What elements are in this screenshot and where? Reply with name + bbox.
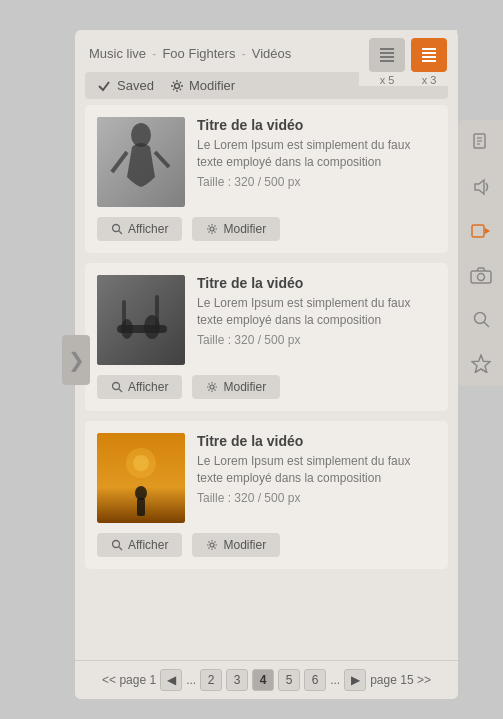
list-orange-icon[interactable] [411,38,447,72]
nav-sep-1: - [152,46,156,61]
saved-modifier-label: Modifier [189,78,235,93]
svg-rect-5 [472,225,484,237]
svg-rect-34 [122,300,126,330]
page-2-button[interactable]: 2 [200,669,222,691]
orange-badge-count: x 3 [422,74,437,86]
afficher-button-1[interactable]: Afficher [97,217,182,241]
nav-foo-fighters[interactable]: Foo Fighters [162,46,235,61]
svg-marker-6 [485,228,490,234]
video-card-3: Titre de la vidéo Le Lorem Ipsum est sim… [85,421,448,569]
sidebar-video-icon[interactable] [466,216,496,246]
svg-point-43 [133,455,149,471]
search-small-icon [111,223,123,235]
sidebar-star-icon[interactable] [466,348,496,378]
sidebar-camera-icon[interactable] [466,260,496,290]
video-card-2-top: Titre de la vidéo Le Lorem Ipsum est sim… [97,275,436,365]
page-4-button[interactable]: 4 [252,669,274,691]
modifier-button-2[interactable]: Modifier [192,375,280,399]
main-panel: Music live - Foo Fighters - Vidéos Saved… [75,30,458,699]
sidebar-document-icon[interactable] [466,128,496,158]
top-icon-area: x 5 x 3 [359,30,457,86]
page-3-button[interactable]: 3 [226,669,248,691]
page-5-button[interactable]: 5 [278,669,300,691]
content-area: Titre de la vidéo Le Lorem Ipsum est sim… [75,105,458,660]
video-info-1: Titre de la vidéo Le Lorem Ipsum est sim… [197,117,436,207]
video-title-3: Titre de la vidéo [197,433,436,449]
video-desc-2: Le Lorem Ipsum est simplement du faux te… [197,295,436,329]
video-desc-3: Le Lorem Ipsum est simplement du faux te… [197,453,436,487]
svg-point-40 [135,486,147,500]
video-card-3-top: Titre de la vidéo Le Lorem Ipsum est sim… [97,433,436,523]
gear-icon [170,79,184,93]
chevron-right-icon: ❯ [68,348,85,372]
svg-line-10 [484,322,489,327]
video-thumb-3 [97,433,185,523]
svg-marker-4 [475,180,484,194]
video-info-3: Titre de la vidéo Le Lorem Ipsum est sim… [197,433,436,523]
list-gray-icon[interactable] [369,38,405,72]
ellipsis-right: ... [330,673,340,687]
video-card-2: Titre de la vidéo Le Lorem Ipsum est sim… [85,263,448,411]
video-thumb-1 [97,117,185,207]
saved-status: Saved [97,78,154,93]
modifier-button-3[interactable]: Modifier [192,533,280,557]
search-small-icon-2 [111,381,123,393]
svg-line-27 [119,231,123,235]
gear-small-icon-1 [206,223,218,235]
svg-point-26 [113,225,120,232]
svg-line-45 [119,547,123,551]
video-info-2: Titre de la vidéo Le Lorem Ipsum est sim… [197,275,436,365]
sidebar-speaker-icon[interactable] [466,172,496,202]
video-card-1: Titre de la vidéo Le Lorem Ipsum est sim… [85,105,448,253]
gray-badge-count: x 5 [380,74,395,86]
nav-music-live[interactable]: Music live [89,46,146,61]
video-desc-1: Le Lorem Ipsum est simplement du faux te… [197,137,436,171]
card-actions-1: Afficher Modifier [97,217,436,241]
ellipsis-left: ... [186,673,196,687]
left-arrow-button[interactable]: ❯ [62,335,90,385]
search-small-icon-3 [111,539,123,551]
afficher-button-3[interactable]: Afficher [97,533,182,557]
video-card-1-top: Titre de la vidéo Le Lorem Ipsum est sim… [97,117,436,207]
svg-rect-30 [97,275,185,365]
svg-point-38 [210,385,214,389]
svg-rect-35 [155,295,159,330]
right-sidebar [458,120,503,386]
check-icon [97,79,111,93]
next-page-label: page 15 >> [370,673,431,687]
saved-label: Saved [117,78,154,93]
video-size-1: Taille : 320 / 500 px [197,175,436,189]
list-orange-container: x 3 [411,38,447,86]
svg-point-28 [210,227,214,231]
video-title-2: Titre de la vidéo [197,275,436,291]
page-6-button[interactable]: 6 [304,669,326,691]
svg-point-36 [113,383,120,390]
pagination: << page 1 ◀ ... 2 3 4 5 6 ... ▶ page 15 … [75,660,458,699]
next-arrow-button[interactable]: ▶ [344,669,366,691]
list-gray-container: x 5 [369,38,405,86]
svg-rect-41 [137,498,145,516]
card-actions-2: Afficher Modifier [97,375,436,399]
video-title-1: Titre de la vidéo [197,117,436,133]
nav-sep-2: - [241,46,245,61]
video-size-3: Taille : 320 / 500 px [197,491,436,505]
svg-line-37 [119,389,123,393]
gear-small-icon-2 [206,381,218,393]
prev-page-label: << page 1 [102,673,156,687]
svg-point-44 [113,541,120,548]
sidebar-search-icon[interactable] [466,304,496,334]
saved-modifier-button[interactable]: Modifier [170,78,235,93]
svg-marker-11 [472,355,490,373]
prev-arrow-button[interactable]: ◀ [160,669,182,691]
svg-point-9 [474,313,485,324]
card-actions-3: Afficher Modifier [97,533,436,557]
modifier-button-1[interactable]: Modifier [192,217,280,241]
svg-point-8 [477,274,484,281]
video-thumb-2 [97,275,185,365]
svg-point-46 [210,543,214,547]
gear-small-icon-3 [206,539,218,551]
nav-videos[interactable]: Vidéos [252,46,292,61]
video-size-2: Taille : 320 / 500 px [197,333,436,347]
afficher-button-2[interactable]: Afficher [97,375,182,399]
svg-point-20 [174,83,179,88]
